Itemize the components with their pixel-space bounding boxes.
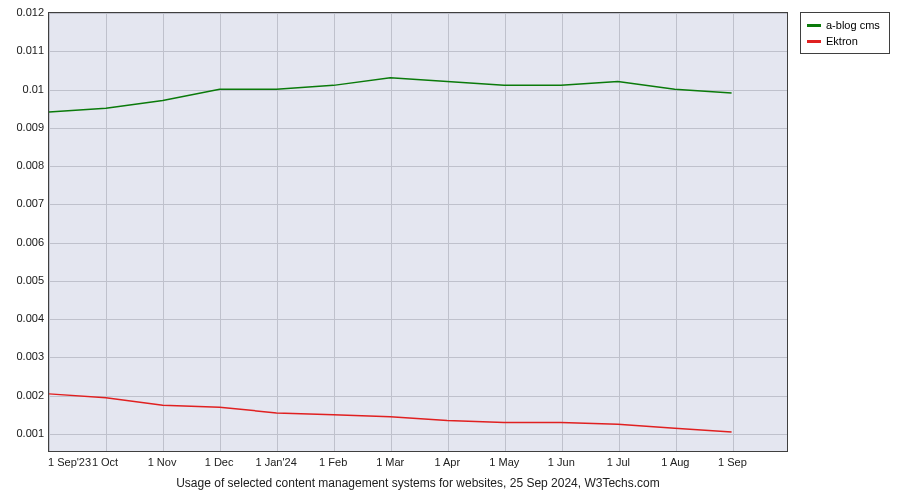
y-tick-label: 0.002: [16, 389, 44, 401]
x-axis-ticks: 1 Sep'23 1 Oct 1 Nov 1 Dec 1 Jan'24 1 Fe…: [48, 456, 788, 472]
y-tick-label: 0.006: [16, 236, 44, 248]
series-line-ektron: [49, 394, 732, 432]
y-tick-label: 0.001: [16, 427, 44, 439]
series-line-a-blog-cms: [49, 78, 732, 112]
legend-swatch: [807, 24, 821, 27]
chart-container: 0.001 0.002 0.003 0.004 0.005 0.006 0.00…: [0, 0, 900, 500]
x-tick-label: 1 May: [489, 456, 519, 468]
y-tick-label: 0.01: [23, 83, 44, 95]
legend-item: a-blog cms: [807, 17, 883, 33]
legend-swatch: [807, 40, 821, 43]
y-tick-label: 0.003: [16, 350, 44, 362]
legend: a-blog cms Ektron: [800, 12, 890, 54]
x-tick-label: 1 Jul: [607, 456, 630, 468]
x-tick-label: 1 Sep'23: [48, 456, 91, 468]
legend-label: Ektron: [826, 35, 858, 47]
chart-lines: [49, 13, 787, 451]
y-tick-label: 0.005: [16, 274, 44, 286]
y-tick-label: 0.009: [16, 121, 44, 133]
legend-item: Ektron: [807, 33, 883, 49]
x-tick-label: 1 Mar: [376, 456, 404, 468]
y-tick-label: 0.012: [16, 6, 44, 18]
x-tick-label: 1 Apr: [434, 456, 460, 468]
x-tick-label: 1 Dec: [205, 456, 234, 468]
x-tick-label: 1 Sep: [718, 456, 747, 468]
y-tick-label: 0.007: [16, 197, 44, 209]
x-tick-label: 1 Jan'24: [256, 456, 297, 468]
x-tick-label: 1 Jun: [548, 456, 575, 468]
plot-area: [48, 12, 788, 452]
x-tick-label: 1 Aug: [661, 456, 689, 468]
y-axis-ticks: 0.001 0.002 0.003 0.004 0.005 0.006 0.00…: [0, 12, 44, 452]
x-tick-label: 1 Nov: [148, 456, 177, 468]
x-tick-label: 1 Oct: [92, 456, 118, 468]
y-tick-label: 0.008: [16, 159, 44, 171]
y-tick-label: 0.011: [16, 44, 44, 56]
chart-caption: Usage of selected content management sys…: [48, 476, 788, 490]
y-tick-label: 0.004: [16, 312, 44, 324]
legend-label: a-blog cms: [826, 19, 880, 31]
x-tick-label: 1 Feb: [319, 456, 347, 468]
